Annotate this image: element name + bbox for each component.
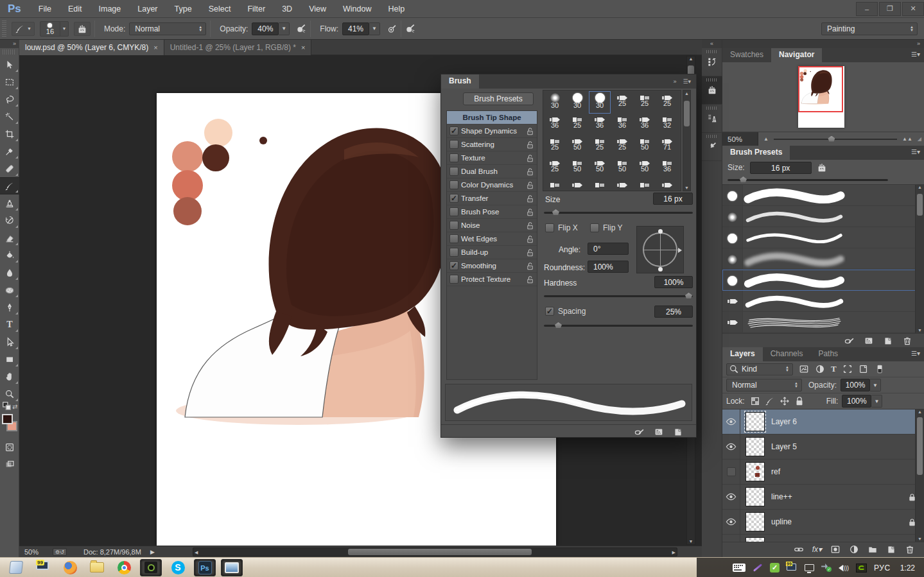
lock-open-icon[interactable]: [526, 154, 534, 162]
menu-item-type[interactable]: Type: [166, 0, 200, 18]
brush-tip-cell[interactable]: 36: [589, 114, 610, 135]
brush-preset-row[interactable]: [722, 291, 924, 312]
brush-tip-cell[interactable]: 25: [612, 135, 632, 157]
rectangular-marquee-tool[interactable]: [0, 73, 19, 90]
layer-visibility-toggle[interactable]: [722, 535, 740, 542]
layer-thumbnail[interactable]: [745, 512, 765, 531]
brush-tip-cell[interactable]: 25: [634, 92, 655, 113]
brush-tip-cell[interactable]: 36: [657, 157, 677, 178]
layer-thumbnail[interactable]: [745, 487, 765, 506]
zoom-out-icon[interactable]: ▲: [763, 136, 769, 142]
layer-visibility-toggle[interactable]: [722, 510, 740, 534]
brush-tip-cell[interactable]: [589, 179, 610, 191]
brush-section-shape-dynamics[interactable]: ✓Shape Dynamics: [447, 125, 537, 138]
section-checkbox[interactable]: [449, 167, 458, 176]
kind-filter-dropdown[interactable]: Kind ▲▼: [726, 363, 793, 375]
brush-section-build-up[interactable]: Build-up: [447, 246, 537, 259]
layer-name[interactable]: line++: [771, 492, 792, 501]
minimize-button[interactable]: –: [856, 2, 878, 16]
lasso-tool[interactable]: [0, 90, 19, 108]
filter-type-layers-icon[interactable]: T: [831, 364, 837, 374]
spacing-checkbox[interactable]: ✓: [545, 307, 554, 316]
section-checkbox[interactable]: ✓: [449, 261, 458, 270]
add-mask-icon[interactable]: [830, 544, 841, 555]
brush-tip-cell[interactable]: 50: [634, 135, 655, 157]
icq-tray-icon[interactable]: 99: [787, 564, 798, 573]
brush-grid-scrollbar[interactable]: ▲ ▼: [683, 90, 691, 191]
image-viewer-app-button[interactable]: [221, 559, 243, 576]
new-layer-icon[interactable]: [886, 544, 896, 555]
brush-tip-cell[interactable]: 25: [567, 114, 588, 135]
explorer-app-button[interactable]: [86, 559, 108, 576]
options-grip[interactable]: [2, 21, 6, 37]
language-indicator[interactable]: РУС: [874, 564, 891, 573]
foreground-color-swatch[interactable]: [2, 414, 13, 424]
section-checkbox[interactable]: [449, 140, 458, 149]
tool-presets-panel-button[interactable]: [702, 133, 722, 161]
menu-item-help[interactable]: Help: [380, 0, 414, 18]
status-flyout-icon[interactable]: ▶: [150, 549, 155, 555]
layer-row-line-[interactable]: line++: [722, 485, 924, 510]
toggle-brush-panel-button[interactable]: [74, 22, 91, 36]
close-tab-icon[interactable]: ×: [153, 44, 157, 51]
brush-presets-button[interactable]: Brush Presets: [463, 92, 534, 105]
blur-tool[interactable]: [0, 264, 19, 281]
link-layers-icon[interactable]: [794, 544, 804, 555]
workspace-dropdown[interactable]: Painting ▲▼: [821, 22, 918, 35]
hand-tool[interactable]: [0, 368, 19, 385]
layers-opacity-dropdown[interactable]: ▼: [870, 379, 881, 392]
restore-button[interactable]: ❐: [879, 2, 901, 16]
brush-tip-cell[interactable]: 30: [545, 92, 565, 113]
firefox-app-button[interactable]: [59, 559, 81, 576]
lock-open-icon[interactable]: [526, 127, 534, 135]
brush-panel-header[interactable]: Brush » ☰▾: [441, 74, 696, 89]
new-group-icon[interactable]: [867, 544, 878, 555]
brush-tip-cell[interactable]: 30: [567, 92, 588, 113]
preset-size-thumb[interactable]: [740, 177, 747, 182]
scroll-down-icon[interactable]: ▼: [683, 185, 690, 190]
brush-preset-row[interactable]: [722, 248, 924, 270]
section-checkbox[interactable]: [449, 275, 458, 284]
brush-tip-cell[interactable]: 30: [589, 92, 610, 113]
layer-visibility-toggle[interactable]: [722, 409, 740, 434]
brush-preset-row[interactable]: [722, 185, 924, 206]
scroll-up-icon[interactable]: ▲: [687, 56, 695, 61]
fill-field[interactable]: 100%: [842, 395, 871, 408]
layer-thumbnail[interactable]: [745, 437, 765, 456]
tab-channels[interactable]: Channels: [763, 347, 811, 361]
layer-thumbnail[interactable]: [745, 462, 765, 481]
layer-thumbnail[interactable]: [745, 412, 765, 431]
flip-x-checkbox[interactable]: [545, 223, 554, 232]
clock[interactable]: 1:22: [900, 564, 915, 573]
tab-navigator[interactable]: Navigator: [771, 48, 822, 62]
opacity-dropdown-button[interactable]: ▼: [279, 22, 290, 35]
brush-tip-cell[interactable]: 25: [545, 157, 565, 178]
navigator-proxy-view[interactable]: [798, 66, 843, 112]
brush-tip-cell[interactable]: 36: [634, 114, 655, 135]
brush-panel-button[interactable]: [702, 76, 722, 105]
brush-tip-cell[interactable]: 32: [657, 114, 677, 135]
layer-row-upline[interactable]: upline: [722, 510, 924, 535]
size-slider[interactable]: [544, 212, 693, 214]
clone-source-panel-button[interactable]: [702, 105, 722, 133]
path-selection-tool[interactable]: [0, 333, 19, 350]
brush-tip-cell[interactable]: 50: [634, 157, 655, 178]
scroll-left-icon[interactable]: ◀: [195, 550, 198, 555]
nvidia-tray-icon[interactable]: [856, 564, 867, 573]
open-preset-manager-icon[interactable]: [864, 336, 874, 346]
brush-tip-cell[interactable]: 71: [657, 135, 677, 157]
photoshop-app-button[interactable]: Ps: [194, 559, 216, 576]
tab-paths[interactable]: Paths: [810, 347, 846, 361]
brush-tip-cell[interactable]: 50: [567, 157, 588, 178]
layer-visibility-toggle[interactable]: [722, 485, 740, 509]
filter-shape-layers-icon[interactable]: [842, 364, 853, 374]
layer-row-Layer-5[interactable]: Layer 5: [722, 435, 924, 460]
spacing-slider-thumb[interactable]: [555, 322, 562, 328]
spacing-slider[interactable]: [544, 325, 693, 327]
lock-open-icon[interactable]: [526, 221, 534, 230]
icq-app-button[interactable]: 99: [32, 559, 54, 576]
preset-size-field[interactable]: 16 px: [750, 162, 812, 174]
flow-field[interactable]: 41%: [342, 22, 369, 35]
lock-open-icon[interactable]: [526, 208, 534, 216]
keyboard-tray-icon[interactable]: [733, 564, 745, 572]
